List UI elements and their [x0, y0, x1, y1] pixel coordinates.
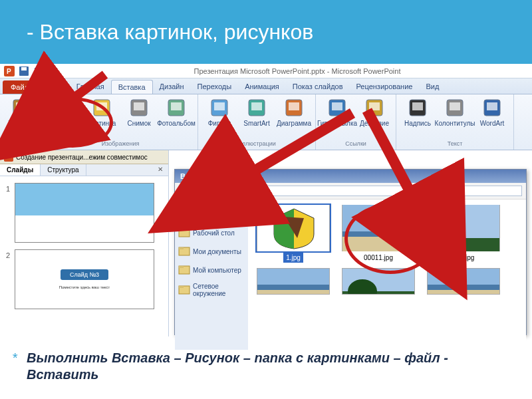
svg-rect-13 — [171, 102, 182, 110]
mydocs-icon — [178, 245, 190, 257]
file-item[interactable]: 1.jpg — [253, 205, 333, 263]
slide-thumb-2[interactable]: 2 Слайд №3 Поместите здесь ваш текст — [15, 249, 154, 309]
tab-Главная[interactable]: Главная — [70, 80, 111, 94]
clipart-label: Картинка — [88, 120, 116, 127]
tab-Дизайн[interactable]: Дизайн — [153, 80, 191, 94]
svg-rect-44 — [342, 231, 414, 237]
shapes-label: Фигуры — [208, 120, 231, 127]
tab-Вставка[interactable]: Вставка — [111, 80, 153, 94]
file-item[interactable] — [338, 268, 418, 295]
powerpoint-small-icon — [4, 152, 13, 162]
ribbon-tabs: Файл МенюГлавнаяВставкаДизайнПереходыАни… — [0, 78, 532, 94]
svg-rect-3 — [21, 67, 27, 70]
tab-Рецензирование[interactable]: Рецензирование — [350, 80, 420, 94]
svg-rect-23 — [369, 102, 380, 110]
svg-text:P: P — [7, 68, 11, 75]
folder-icon — [209, 187, 219, 195]
headerfooter-icon — [444, 97, 466, 118]
svg-rect-36 — [179, 247, 184, 249]
tab-outline[interactable]: Структура — [41, 164, 86, 176]
svg-rect-43 — [342, 235, 414, 251]
close-icon[interactable]: ✕ — [152, 164, 168, 176]
shapes-button[interactable]: Фигуры — [202, 96, 237, 127]
svg-rect-38 — [179, 266, 184, 268]
file-thumbnail — [427, 205, 500, 251]
file-name: 406.jpg — [450, 253, 477, 263]
file-thumbnail — [342, 205, 415, 251]
svg-rect-17 — [251, 102, 262, 110]
file-tab[interactable]: Файл — [3, 80, 37, 94]
svg-rect-29 — [487, 102, 497, 110]
tab-Вид[interactable]: Вид — [419, 80, 446, 94]
screenshot-label: Снимок — [127, 120, 150, 127]
sidebar-item-desktop[interactable]: Рабочий стол — [176, 223, 247, 242]
hyperlink-label: Гиперссылка — [317, 120, 357, 127]
chart-button[interactable]: Диаграмма — [277, 96, 311, 127]
file-name: 00011.jpg — [361, 253, 396, 263]
ribbon-group-Ссылки: ГиперссылкаДействиеСсылки — [316, 94, 396, 150]
tab-Переходы[interactable]: Переходы — [191, 80, 239, 94]
file-item[interactable] — [424, 268, 503, 295]
svg-rect-5 — [16, 102, 27, 110]
screenshot-icon — [128, 97, 150, 118]
table-icon — [11, 97, 32, 118]
action-icon — [364, 97, 385, 118]
sidebar-item-mydocs[interactable]: Мои документы — [176, 242, 247, 261]
tab-Меню[interactable]: Меню — [37, 80, 70, 94]
svg-rect-25 — [412, 102, 423, 110]
dialog-file-area: 1.jpg00011.jpg406.jpg — [248, 200, 526, 350]
album-label: Фотоальбом — [157, 120, 196, 127]
hyperlink-button[interactable]: Гиперссылка — [320, 96, 354, 127]
file-thumbnail — [257, 268, 330, 295]
headerfooter-button[interactable]: Колонтитулы — [438, 96, 472, 127]
album-icon — [166, 97, 187, 118]
svg-rect-7 — [59, 102, 70, 110]
svg-rect-11 — [134, 102, 144, 110]
file-thumbnail — [257, 205, 330, 251]
group-label: Текст — [448, 139, 463, 148]
undo-icon[interactable] — [33, 66, 44, 76]
ribbon: ТаблицаТаблицыРисунокКартинкаСнимокФотоа… — [0, 94, 532, 150]
sidebar-item-network[interactable]: Сетевое окружение — [176, 279, 247, 301]
smartart-button[interactable]: SmartArt — [239, 96, 274, 127]
slide-thumb-1[interactable]: 1 — [15, 183, 154, 243]
document-title-bar: Создание презентаци...ежим совместимос — [0, 150, 168, 164]
group-label: Таблицы — [9, 139, 34, 148]
shapes-icon — [209, 97, 230, 118]
save-icon[interactable] — [19, 66, 29, 76]
action-label: Действие — [360, 120, 389, 127]
network-icon — [178, 284, 190, 296]
wordart-button[interactable]: WordArt — [475, 96, 509, 127]
dialog-title: Вставка рисунка — [175, 170, 526, 183]
redo-icon[interactable] — [48, 66, 59, 76]
svg-rect-27 — [450, 102, 460, 110]
clipart-button[interactable]: Картинка — [84, 96, 119, 127]
file-item[interactable] — [253, 268, 333, 295]
tab-Анимация[interactable]: Анимация — [238, 80, 286, 94]
instruction-caption: Выполнить Вставка – Рисунок – папка с ка… — [27, 350, 505, 383]
svg-rect-34 — [179, 229, 184, 231]
tab-slides[interactable]: Слайды — [0, 164, 41, 176]
file-item[interactable]: 406.jpg — [424, 205, 503, 263]
tab-Показ слайдов[interactable]: Показ слайдов — [286, 80, 350, 94]
app-titlebar: P Презентация Microsoft PowerPoint.pptx … — [0, 64, 532, 78]
hyperlink-icon — [327, 97, 348, 118]
picture-button[interactable]: Рисунок — [47, 96, 82, 127]
slide-thumbnails: 1 2 Слайд №3 Поместите здесь ваш текст — [0, 176, 168, 320]
insert-picture-dialog: Вставка рисунка Папка: Новоазовск Недавн… — [174, 169, 527, 335]
ribbon-group-Текст: НадписьКолонтитулыWordArtТекст — [396, 94, 514, 150]
file-item[interactable]: 00011.jpg — [338, 205, 418, 263]
textbox-button[interactable]: Надпись — [400, 96, 435, 127]
screenshot-button[interactable]: Снимок — [122, 96, 156, 127]
svg-rect-9 — [96, 102, 107, 110]
folder-dropdown[interactable]: Новоазовск — [205, 186, 522, 196]
album-button[interactable]: Фотоальбом — [159, 96, 194, 127]
dialog-sidebar: Недавние документыРабочий столМои докуме… — [175, 200, 248, 350]
table-button[interactable]: Таблица — [4, 96, 39, 127]
clipart-icon — [91, 97, 112, 118]
sidebar-item-recent[interactable]: Недавние документы — [176, 202, 247, 223]
picture-label: Рисунок — [52, 120, 77, 127]
desktop-icon — [178, 227, 190, 239]
sidebar-item-mycomputer[interactable]: Мой компьютер — [176, 261, 247, 279]
action-button[interactable]: Действие — [357, 96, 392, 127]
